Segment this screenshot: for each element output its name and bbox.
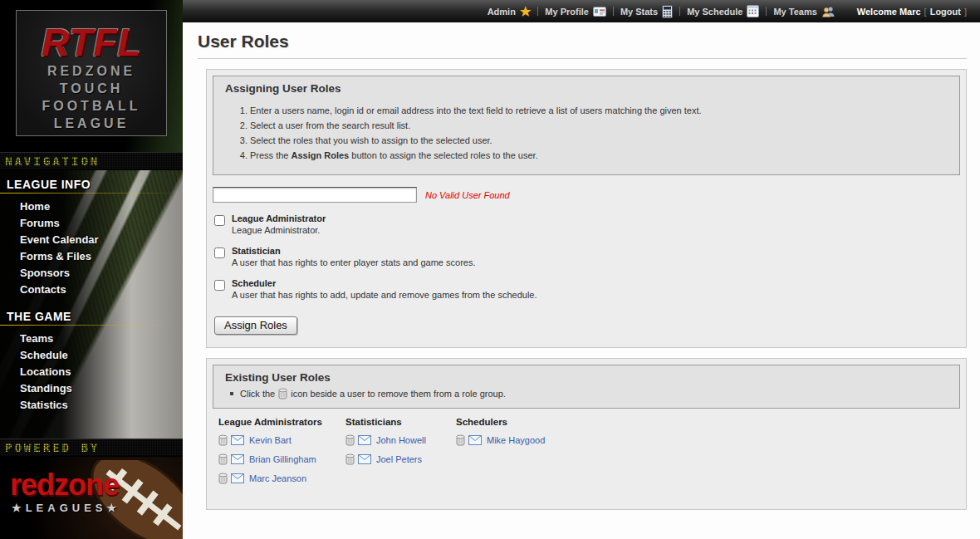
menu-underline	[0, 193, 183, 194]
logout-bracket-right: ]	[964, 7, 967, 17]
instruction-list: Enter a users name, login id or email ad…	[250, 103, 948, 163]
topnav-my-schedule[interactable]: My Schedule	[687, 5, 759, 17]
logout-link[interactable]: Logout	[930, 7, 961, 17]
role-option-scheduler: Scheduler A user that has rights to add,…	[213, 278, 960, 300]
topbar: Admin ★ My Profile My Stats My Schedule …	[183, 0, 980, 22]
role-name: Scheduler	[232, 278, 537, 288]
topnav-admin-label: Admin	[488, 7, 516, 17]
user-link[interactable]: Kevin Bart	[249, 435, 292, 445]
menu-header-league-info: LEAGUE INFO	[0, 178, 183, 192]
user-link[interactable]: Joel Peters	[376, 454, 422, 464]
user-link[interactable]: Brian Gillingham	[249, 454, 316, 464]
email-user-button[interactable]	[358, 454, 371, 464]
welcome-text: Welcome Marc	[857, 7, 921, 17]
user-row: Kevin Bart	[218, 434, 345, 446]
email-user-button[interactable]	[468, 435, 482, 445]
role-text: League Administrator League Administrato…	[232, 213, 326, 235]
existing-roles-panel: Existing User Roles Click the icon besid…	[206, 358, 967, 510]
powered-by-strip: POWERED BY	[0, 439, 183, 457]
bin-icon	[218, 473, 228, 484]
assign-roles-button[interactable]: Assign Roles	[214, 316, 297, 335]
leagues-wordmark: ★LEAGUES★	[12, 502, 120, 514]
sidebar-item-forms-files[interactable]: Forms & Files	[0, 248, 183, 265]
powered-by-strip-label: POWERED BY	[5, 441, 100, 454]
navigation-strip-label: NAVIGATION	[5, 154, 100, 168]
logout-bracket-left: [	[924, 7, 927, 17]
role-checkbox-scheduler[interactable]	[214, 280, 225, 291]
topnav-my-profile[interactable]: My Profile	[545, 7, 606, 17]
remove-user-button[interactable]	[218, 434, 228, 446]
role-checkbox-league-administrator[interactable]	[214, 215, 225, 226]
bin-icon	[456, 434, 465, 446]
topbar-separator	[613, 7, 614, 16]
user-link[interactable]: Marc Jeanson	[249, 473, 306, 483]
menu-header-the-game: THE GAME	[0, 310, 183, 324]
email-user-button[interactable]	[231, 473, 244, 483]
remove-user-button[interactable]	[218, 453, 228, 465]
user-row: Marc Jeanson	[218, 473, 345, 484]
sidebar-menu: LEAGUE INFO Home Forums Event Calendar F…	[0, 170, 183, 439]
email-user-button[interactable]	[231, 435, 244, 445]
remove-user-button[interactable]	[456, 434, 465, 446]
note-prefix: Click the	[240, 389, 275, 399]
topnav-my-teams[interactable]: My Teams	[773, 6, 835, 17]
role-description: A user that has rights to add, update an…	[232, 290, 537, 300]
group-title: League Administrators	[218, 417, 345, 427]
league-logo-area: RTFL REDZONE TOUCH FOOTBALL LEAGUE	[0, 0, 183, 152]
sidebar-item-locations[interactable]: Locations	[0, 364, 183, 380]
title-divider	[198, 58, 967, 59]
user-link[interactable]: Mike Haygood	[487, 435, 545, 445]
group-schedulers: Schedulers Mike Haygood	[456, 417, 545, 492]
role-name: League Administrator	[232, 213, 326, 223]
app-root: RTFL REDZONE TOUCH FOOTBALL LEAGUE NAVIG…	[0, 0, 980, 539]
email-user-button[interactable]	[358, 435, 371, 445]
rtfl-logo[interactable]: RTFL REDZONE TOUCH FOOTBALL LEAGUE	[16, 10, 167, 136]
group-title: Schedulers	[456, 417, 545, 427]
existing-box-title: Existing User Roles	[225, 371, 948, 384]
topbar-separator	[766, 7, 767, 16]
bin-icon	[345, 434, 355, 446]
email-user-button[interactable]	[231, 454, 244, 464]
role-text: Scheduler A user that has rights to add,…	[232, 278, 537, 300]
remove-user-button[interactable]	[218, 473, 228, 484]
user-search-input[interactable]	[213, 187, 417, 203]
rtfl-logo-line: LEAGUE	[17, 115, 166, 132]
sidebar-item-sponsors[interactable]: Sponsors	[0, 265, 183, 282]
instruction-step: Press the Assign Roles button to assign …	[250, 148, 948, 163]
topbar-nav: Admin ★ My Profile My Stats My Schedule …	[488, 5, 835, 18]
welcome-area: Welcome Marc [ Logout ]	[857, 7, 970, 17]
email-icon	[468, 435, 482, 445]
topbar-separator	[679, 7, 680, 16]
vcard-icon	[593, 7, 606, 17]
user-row: Brian Gillingham	[218, 453, 345, 465]
redzone-wordmark: redzone	[10, 470, 119, 500]
sidebar-item-contacts[interactable]: Contacts	[0, 282, 183, 298]
step4-suffix: button to assign the selected roles to t…	[349, 150, 537, 160]
remove-note: Click the icon beside a user to remove t…	[225, 388, 948, 399]
calculator-icon	[662, 5, 673, 18]
user-row: Mike Haygood	[456, 434, 545, 446]
topnav-admin[interactable]: Admin ★	[488, 6, 532, 17]
redzone-leagues-logo[interactable]: redzone ★LEAGUES★	[0, 457, 183, 539]
sidebar-item-forums[interactable]: Forums	[0, 215, 183, 232]
role-option-league-administrator: League Administrator League Administrato…	[213, 213, 960, 235]
sidebar-item-event-calendar[interactable]: Event Calendar	[0, 232, 183, 248]
menu-section-league-info: LEAGUE INFO Home Forums Event Calendar F…	[0, 178, 183, 298]
topnav-my-stats-label: My Stats	[620, 7, 658, 17]
sidebar-item-home[interactable]: Home	[0, 198, 183, 215]
role-checkbox-statistician[interactable]	[214, 247, 225, 258]
remove-user-button[interactable]	[345, 453, 355, 465]
sidebar-item-standings[interactable]: Standings	[0, 380, 183, 397]
topnav-my-stats[interactable]: My Stats	[620, 5, 673, 18]
sidebar-item-statistics[interactable]: Statistics	[0, 397, 183, 414]
email-icon	[231, 454, 244, 464]
sidebar-item-schedule[interactable]: Schedule	[0, 347, 183, 364]
user-row: Joel Peters	[345, 453, 456, 465]
group-icon	[821, 6, 835, 17]
star-icon: ★	[520, 6, 531, 17]
remove-user-button[interactable]	[345, 434, 355, 446]
topnav-my-profile-label: My Profile	[545, 7, 589, 17]
sidebar-item-teams[interactable]: Teams	[0, 331, 183, 347]
user-link[interactable]: John Howell	[376, 435, 426, 445]
main-content: User Roles Assigning User Roles Enter a …	[183, 22, 980, 539]
